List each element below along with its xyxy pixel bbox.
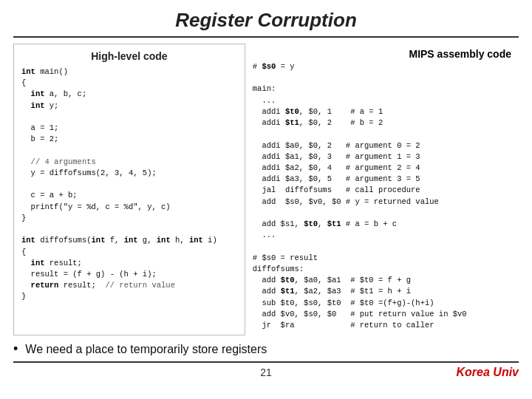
footer-brand: Korea Univ bbox=[457, 366, 519, 378]
left-panel-header: High-level code bbox=[21, 50, 237, 62]
left-panel: High-level code int main() { int a, b, c… bbox=[13, 44, 245, 335]
main-content: High-level code int main() { int a, b, c… bbox=[13, 44, 519, 335]
right-panel-code: # $s0 = y main: ... addi $t0, $0, 1 # a … bbox=[253, 61, 511, 331]
title-divider bbox=[13, 36, 519, 38]
right-panel: MIPS assembly code # $s0 = y main: ... a… bbox=[245, 44, 519, 335]
bullet-section: • We need a place to temporarily store r… bbox=[13, 341, 519, 357]
left-panel-code: int main() { int a, b, c; int y; a = 1; … bbox=[21, 66, 237, 303]
right-panel-header: MIPS assembly code bbox=[253, 48, 511, 60]
bullet-icon: • bbox=[13, 341, 18, 357]
footer-bar: 21 Korea Univ bbox=[13, 361, 519, 379]
page-number: 21 bbox=[182, 366, 350, 378]
page-title: Register Corruption bbox=[0, 0, 532, 36]
bullet-text: We need a place to temporarily store reg… bbox=[25, 343, 267, 356]
